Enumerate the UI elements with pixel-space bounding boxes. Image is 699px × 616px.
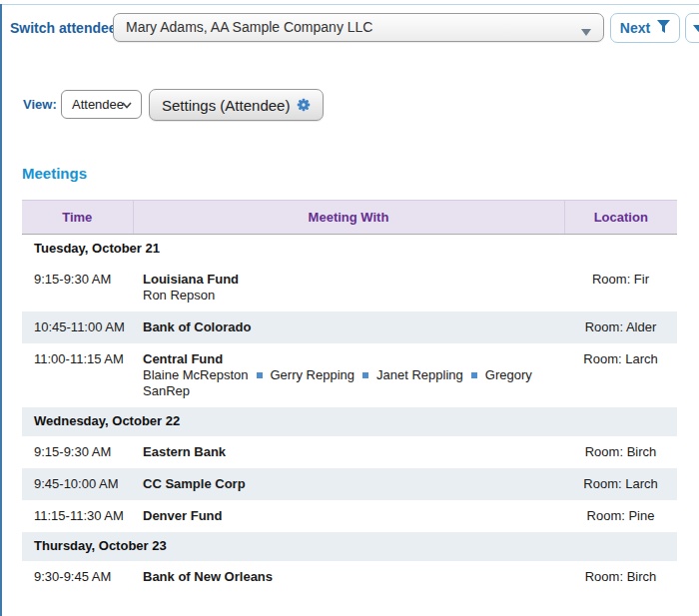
view-bar: View: Attendee Settings (Attendee)	[0, 89, 699, 121]
date-label: Thursday, October 23	[22, 532, 677, 561]
meeting-location: Room: Alder	[564, 311, 677, 343]
meeting-with: Bank of Colorado	[133, 311, 564, 343]
date-row: Wednesday, October 22	[22, 407, 677, 436]
date-label: Tuesday, October 21	[22, 235, 677, 265]
meeting-attendees: Ron Repson	[143, 288, 554, 304]
meeting-with: Louisiana FundRon Repson	[133, 264, 564, 311]
filter-icon	[657, 20, 670, 36]
meeting-name: Denver Fund	[143, 508, 554, 524]
attendee-name: Janet Reppling	[376, 367, 463, 382]
next-attendee-button[interactable]: Next	[610, 13, 680, 43]
chevron-down-icon	[122, 99, 132, 111]
attendee-separator-icon	[471, 372, 477, 378]
meeting-location: Room: Larch	[564, 468, 677, 500]
attendee-name: Gerry Repping	[271, 367, 355, 382]
view-select-value: Attendee	[72, 91, 124, 118]
switch-attendee-bar: Switch attendee: Mary Adams, AA Sample C…	[0, 13, 699, 44]
meeting-time: 11:15-11:30 AM	[22, 500, 133, 532]
meeting-with: Bank of New Orleans	[133, 561, 564, 593]
meeting-location: Room: Fir	[564, 264, 677, 311]
meeting-row: 11:15-11:30 AMDenver FundRoom: Pine	[22, 500, 677, 532]
meeting-time: 11:00-11:15 AM	[22, 343, 133, 407]
date-row: Thursday, October 23	[22, 532, 677, 561]
meeting-row: 10:45-11:00 AMBank of ColoradoRoom: Alde…	[22, 311, 677, 343]
next-button-label: Next	[620, 20, 650, 36]
meeting-with: Eastern Bank	[133, 436, 564, 468]
meetings-table: Time Meeting With Location Tuesday, Octo…	[22, 200, 677, 593]
table-header-row: Time Meeting With Location	[22, 201, 677, 235]
meeting-row: 11:00-11:15 AMCentral FundBlaine McRepst…	[22, 343, 677, 407]
meeting-time: 10:45-11:00 AM	[22, 311, 133, 343]
meeting-row: 9:15-9:30 AMEastern BankRoom: Birch	[22, 436, 677, 468]
page-top-accent-line	[2, 4, 699, 5]
attendee-select[interactable]: Mary Adams, AA Sample Company LLC	[113, 13, 604, 42]
settings-button-label: Settings (Attendee)	[162, 97, 290, 114]
caret-down-icon	[693, 20, 699, 36]
column-header-meeting-with: Meeting With	[133, 201, 564, 235]
meeting-location: Room: Pine	[564, 500, 677, 532]
meeting-name: Central Fund	[143, 351, 554, 367]
meetings-heading: Meetings	[22, 165, 87, 182]
meeting-row: 9:30-9:45 AMBank of New OrleansRoom: Bir…	[22, 561, 677, 593]
column-header-location: Location	[564, 201, 677, 235]
meeting-time: 9:30-9:45 AM	[22, 561, 133, 593]
meeting-attendees: Blaine McRepstonGerry ReppingJanet Reppl…	[143, 367, 554, 399]
more-options-button[interactable]	[685, 13, 699, 43]
meeting-time: 9:15-9:30 AM	[22, 264, 133, 311]
gear-icon	[297, 98, 311, 112]
attendee-separator-icon	[362, 372, 368, 378]
meeting-name: Eastern Bank	[143, 444, 554, 460]
meeting-time: 9:15-9:30 AM	[22, 436, 133, 468]
meeting-name: Louisiana Fund	[143, 272, 554, 288]
attendee-name: Ron Repson	[143, 288, 215, 303]
settings-attendee-button[interactable]: Settings (Attendee)	[149, 89, 324, 121]
date-row: Tuesday, October 21	[22, 235, 677, 265]
meeting-time: 9:45-10:00 AM	[22, 468, 133, 500]
meeting-row: 9:45-10:00 AMCC Sample CorpRoom: Larch	[22, 468, 677, 500]
meeting-location: Room: Larch	[564, 343, 677, 407]
attendee-select-value: Mary Adams, AA Sample Company LLC	[126, 14, 372, 41]
meeting-location: Room: Birch	[564, 561, 677, 593]
meeting-with: Central FundBlaine McRepstonGerry Reppin…	[133, 343, 564, 407]
meeting-with: CC Sample Corp	[133, 468, 564, 500]
switch-attendee-label: Switch attendee:	[10, 13, 121, 44]
meetings-table-body: Tuesday, October 219:15-9:30 AMLouisiana…	[22, 235, 677, 594]
meeting-name: CC Sample Corp	[143, 476, 554, 492]
caret-down-icon	[581, 24, 591, 40]
view-select[interactable]: Attendee	[61, 90, 142, 119]
attendee-name: Blaine McRepston	[143, 367, 249, 382]
meeting-row: 9:15-9:30 AMLouisiana FundRon RepsonRoom…	[22, 264, 677, 311]
meeting-with: Denver Fund	[133, 500, 564, 532]
meeting-name: Bank of New Orleans	[143, 569, 554, 585]
column-header-time: Time	[22, 201, 133, 235]
meeting-location: Room: Birch	[564, 436, 677, 468]
attendee-separator-icon	[257, 372, 263, 378]
date-label: Wednesday, October 22	[22, 407, 677, 436]
meeting-name: Bank of Colorado	[143, 319, 554, 335]
view-label: View:	[23, 89, 57, 120]
